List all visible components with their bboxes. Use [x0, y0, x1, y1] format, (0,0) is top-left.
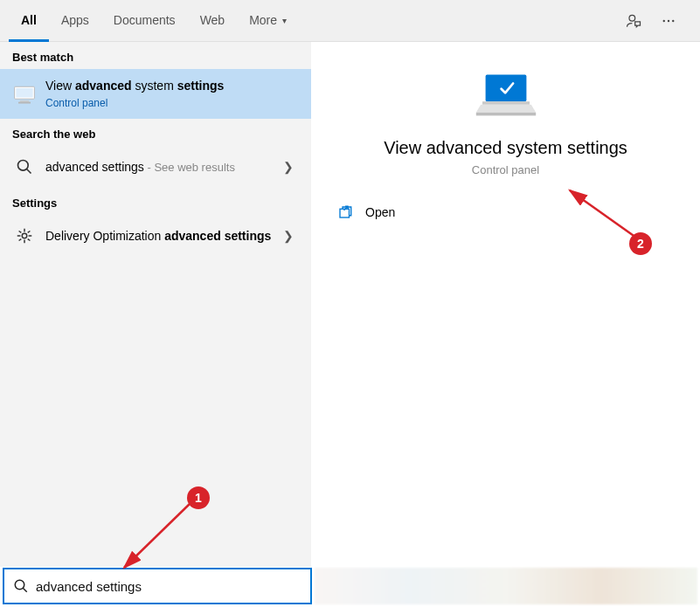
chevron-right-icon[interactable]: ❯ — [278, 229, 299, 243]
tab-web[interactable]: Web — [188, 0, 238, 42]
t: View — [45, 79, 75, 93]
system-icon — [12, 82, 37, 107]
svg-point-1 — [663, 19, 665, 21]
tab-documents[interactable]: Documents — [101, 0, 188, 42]
preview-icon — [475, 72, 537, 122]
open-icon — [337, 204, 353, 220]
svg-line-9 — [27, 169, 31, 174]
t: system — [132, 79, 177, 93]
result-web-hint: - See web results — [144, 161, 235, 174]
delivery-optimization-icon — [12, 224, 37, 248]
tab-all[interactable]: All — [9, 0, 49, 42]
action-open[interactable]: Open — [311, 185, 700, 239]
svg-rect-6 — [20, 100, 30, 102]
svg-rect-12 — [482, 101, 530, 105]
main-area: Best match View advanced system settings… — [0, 42, 700, 567]
svg-rect-11 — [485, 75, 526, 102]
result-best-match-text: View advanced system settings Control pa… — [45, 78, 299, 110]
feedback-icon[interactable] — [625, 12, 642, 30]
section-best-match: Best match — [0, 42, 311, 69]
svg-point-8 — [18, 161, 29, 171]
preview-title: View advanced system settings — [384, 138, 627, 158]
t: settings — [177, 79, 225, 93]
svg-rect-7 — [18, 101, 31, 103]
chevron-right-icon[interactable]: ❯ — [278, 160, 299, 174]
taskbar-area — [315, 568, 697, 604]
action-open-label: Open — [365, 205, 395, 219]
t: advanced settings — [45, 160, 144, 174]
svg-marker-13 — [475, 105, 535, 113]
section-settings: Settings — [0, 188, 311, 215]
preview-subtitle: Control panel — [472, 163, 539, 176]
more-options-icon[interactable] — [660, 12, 677, 30]
result-web[interactable]: advanced settings - See web results ❯ — [0, 146, 311, 188]
results-panel: Best match View advanced system settings… — [0, 42, 311, 567]
t: Delivery Optimization — [45, 229, 164, 243]
tab-apps[interactable]: Apps — [49, 0, 101, 42]
svg-rect-5 — [16, 88, 32, 98]
tab-bar: All Apps Documents Web More — [0, 0, 700, 42]
result-settings[interactable]: Delivery Optimization advanced settings … — [0, 215, 311, 257]
preview-panel: View advanced system settings Control pa… — [311, 42, 700, 567]
svg-line-18 — [23, 588, 27, 592]
svg-point-2 — [668, 19, 669, 21]
svg-point-3 — [672, 19, 674, 21]
svg-point-0 — [629, 15, 635, 21]
section-search-web: Search the web — [0, 119, 311, 146]
svg-point-10 — [22, 233, 27, 238]
search-bar[interactable] — [3, 568, 312, 604]
svg-point-17 — [15, 580, 24, 590]
search-icon — [12, 155, 37, 179]
t: advanced — [75, 79, 132, 93]
result-web-text: advanced settings - See web results — [45, 159, 278, 176]
result-settings-text: Delivery Optimization advanced settings — [45, 228, 278, 245]
svg-rect-14 — [475, 113, 535, 116]
annotation-callout-1: 1 — [187, 486, 210, 509]
result-best-match[interactable]: View advanced system settings Control pa… — [0, 69, 311, 119]
annotation-callout-2: 2 — [629, 232, 652, 255]
search-input[interactable] — [36, 579, 301, 594]
t: advanced settings — [164, 229, 271, 243]
result-best-match-sub: Control panel — [45, 96, 299, 110]
search-icon — [13, 578, 29, 594]
tab-more[interactable]: More — [237, 0, 299, 42]
